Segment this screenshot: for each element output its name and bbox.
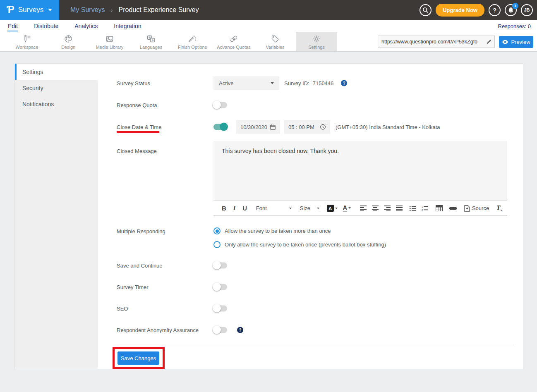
toolbar-item-languages[interactable]: A Languages [130,32,172,51]
justify-button[interactable] [396,206,403,211]
insert-table-button[interactable] [436,205,443,211]
link-icon [449,206,457,210]
toolbar-item-advance-quotas[interactable]: Advance Quotas [213,32,254,51]
survey-timer-label: Survey Timer [117,284,149,290]
survey-url-input[interactable] [378,39,484,45]
align-left-icon [360,206,367,211]
background-color-button[interactable]: A [327,205,338,212]
richtext-toolbar: B I U Font Size A A 12 [213,201,507,216]
seo-label: SEO [117,306,128,312]
toolbar-item-workspace[interactable]: Workspace [6,32,48,51]
preview-button[interactable]: Preview [499,36,533,48]
radio-selected-icon[interactable] [213,227,221,234]
eye-icon [502,40,508,44]
close-time-input[interactable]: 05 : 00 PM [284,120,330,134]
toolbar-item-label: Workspace [16,45,38,50]
numbered-list-button[interactable]: 12 [422,206,428,211]
user-avatar[interactable]: JB [521,4,533,16]
palette-icon [64,34,73,43]
font-dropdown-label: Font [256,205,267,211]
edit-url-button[interactable] [484,39,494,45]
font-dropdown[interactable]: Font [256,205,292,211]
question-mark-icon: ? [493,7,496,14]
toggle-knob [220,123,228,131]
table-icon [436,205,443,211]
align-left-button[interactable] [360,206,367,211]
italic-button[interactable]: I [233,205,236,212]
response-quota-toggle[interactable] [213,102,227,108]
closed-message-textarea[interactable]: This survey has been closed now. Thank y… [213,141,507,201]
toolbar-item-settings[interactable]: Settings [296,32,337,51]
toolbar-item-label: Advance Quotas [217,45,250,50]
size-dropdown-label: Size [300,205,310,211]
breadcrumb-my-surveys[interactable]: My Surveys [70,6,105,14]
toolbar-item-label: Settings [308,45,325,50]
respondent-anonymity-toggle[interactable] [213,327,227,333]
bold-button[interactable]: B [222,205,226,212]
size-dropdown[interactable]: Size [300,205,319,211]
save-changes-button[interactable]: Save Changes [117,351,159,365]
align-center-button[interactable] [372,206,379,211]
toggle-knob [213,261,221,270]
respondent-anonymity-help-icon[interactable]: ? [237,327,243,333]
image-icon [105,34,114,43]
questionpro-logo-icon: Ƥ [7,5,14,14]
survey-status-value: Active [219,80,233,86]
toolbar-item-media-library[interactable]: Media Library [89,32,130,51]
svg-text:1: 1 [422,206,423,208]
survey-status-select[interactable]: Active [213,76,279,90]
toolbar-item-design[interactable]: Design [48,32,89,51]
bullet-list-button[interactable] [410,206,416,211]
tab-integration[interactable]: Integration [113,21,141,31]
radio-option-once-only[interactable]: Only allow the survey to be taken once (… [213,241,386,248]
tag-icon [271,34,280,43]
clock-icon [320,124,326,130]
breadcrumb-separator-icon: › [111,7,113,14]
row-respondent-anonymity: Respondent Anonymity Assurance ? [15,323,524,337]
radio-option-label: Allow the survey to be taken more than o… [225,228,331,234]
numbered-list-icon: 12 [422,206,428,211]
search-icon [422,7,429,13]
toolbar-item-finish-options[interactable]: Finish Options [172,32,213,51]
radio-unselected-icon[interactable] [213,241,221,248]
chevron-down-icon [289,208,292,209]
chevron-down-icon [48,9,52,11]
tab-distribute[interactable]: Distribute [34,21,59,31]
toolbar-item-label: Variables [266,45,284,50]
product-switcher[interactable]: Ƥ Surveys [0,0,59,20]
upgrade-now-button[interactable]: Upgrade Now [436,4,484,17]
translate-icon: A [146,34,156,43]
clear-formatting-button[interactable]: Tx [496,204,502,212]
toolbar-item-variables[interactable]: Variables [254,32,296,51]
notifications-button[interactable]: 1 [505,4,517,16]
insert-link-button[interactable] [449,206,457,210]
tab-analytics[interactable]: Analytics [74,21,98,31]
help-button[interactable]: ? [489,4,501,16]
bullet-list-icon [410,206,416,211]
toolbar-item-label: Languages [140,45,162,50]
survey-timer-toggle[interactable] [213,284,227,290]
search-button[interactable] [420,4,432,16]
survey-id-help-icon[interactable]: ? [341,80,347,86]
toggle-knob [213,283,221,291]
row-survey-status: Survey Status Active Survey ID: 7150446 … [15,76,524,90]
gear-icon [312,34,321,43]
multiple-responding-label: Multiple Responding [117,228,165,234]
text-color-button[interactable]: A [343,205,351,212]
timezone-text: (GMT+05:30) India Standard Time - Kolkat… [336,124,440,130]
source-button[interactable]: Source [464,205,489,212]
seo-toggle[interactable] [213,306,227,312]
align-right-button[interactable] [384,206,391,211]
save-and-continue-toggle[interactable] [213,263,227,269]
row-response-quota: Response Quota [15,98,524,112]
toggle-knob [213,101,221,109]
close-date-toggle[interactable] [213,124,227,130]
tab-edit[interactable]: Edit [7,21,18,31]
close-date-input[interactable]: 10/30/2020 [236,120,280,134]
breadcrumb: My Surveys › Product Experience Survey [70,6,199,14]
radio-option-multiple-allowed[interactable]: Allow the survey to be taken more than o… [213,227,331,234]
radio-option-label: Only allow the survey to be taken once (… [225,241,386,248]
underline-button[interactable]: U [243,205,247,212]
workspace-icon [22,34,31,43]
source-icon [464,205,470,212]
